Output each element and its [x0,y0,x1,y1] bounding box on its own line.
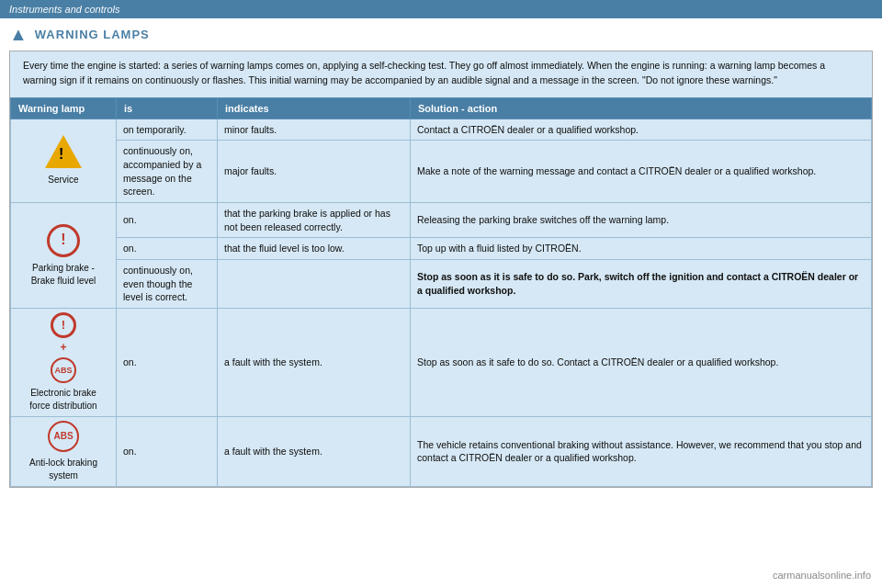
col-header-indicates: indicates [218,97,411,119]
lamp-cell-ebd: ! + ABS Electronic brakeforce distributi… [11,309,117,417]
indicates-cell: major faults. [218,141,411,203]
table-row: ABS Anti-lock brakingsystem on. a fault … [11,416,872,486]
table-row: continuously on, even though the level i… [11,260,872,309]
section-title: WARNING LAMPS [35,28,150,41]
table-row: ! Parking brake -Brake fluid level on. t… [11,202,872,237]
indicates-cell: a fault with the system. [218,309,411,417]
indicates-cell: that the parking brake is applied or has… [218,202,411,237]
is-cell: continuously on, even though the level i… [117,260,218,309]
solution-cell: Stop as soon as it is safe to do so. Par… [411,260,872,309]
is-cell: on. [117,202,218,237]
plus-icon: + [60,340,66,356]
indicates-cell: that the fluid level is too low. [218,238,411,260]
triangle-icon [45,135,82,168]
col-header-lamp: Warning lamp [11,97,117,119]
indicates-cell: a fault with the system. [218,416,411,486]
watermark: carmanualsonline.info [773,570,871,581]
is-cell: on. [117,416,218,486]
table-row: continuously on, accompanied by a messag… [11,141,872,203]
indicates-cell: minor faults. [218,119,411,141]
lamp-cell-service: Service [11,119,117,202]
solution-cell: The vehicle retains conventional braking… [411,416,872,486]
abs-only-icon: ABS [48,421,79,452]
is-cell: on temporarily. [117,119,218,141]
lamp-cell-parking: ! Parking brake -Brake fluid level [11,202,117,308]
is-cell: on. [117,238,218,260]
indicates-cell [218,260,411,309]
table-row: Service on temporarily. minor faults. Co… [11,119,872,141]
page-header: Instruments and controls [0,0,882,18]
is-cell: on. [117,309,218,417]
is-cell: continuously on, accompanied by a messag… [117,141,218,203]
col-header-is: is [117,97,218,119]
solution-cell: Make a note of the warning message and c… [411,141,872,203]
ebd-icon-group: ! + ABS [51,312,76,383]
solution-cell: Contact a CITROËN dealer or a qualified … [411,119,872,141]
circle-exclaim-ebd-icon: ! [51,312,76,338]
solution-cell: Top up with a fluid listed by CITROËN. [411,238,872,260]
intro-text: Every time the engine is started: a seri… [10,51,872,97]
solution-cell: Stop as soon as it safe to do so. Contac… [411,309,872,417]
section-icon: ▲ [9,24,28,45]
lamp-cell-abs: ABS Anti-lock brakingsystem [11,416,117,486]
abs-icon: ABS [51,357,76,383]
col-header-solution: Solution - action [411,97,872,119]
table-row: on. that the fluid level is too low. Top… [11,238,872,260]
circle-exclaim-icon: ! [47,224,80,257]
table-row: ! + ABS Electronic brakeforce distributi… [11,309,872,417]
solution-cell: Releasing the parking brake switches off… [411,202,872,237]
